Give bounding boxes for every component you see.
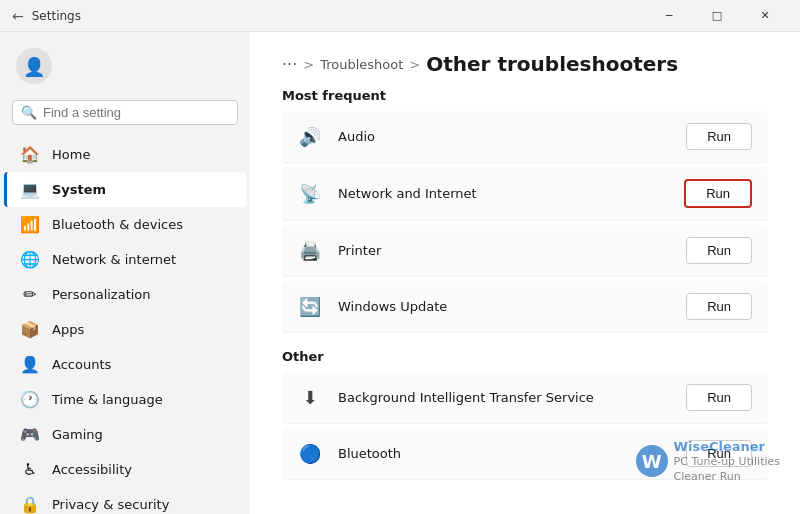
accessibility-icon: ♿ — [20, 460, 40, 479]
sidebar-item-label: Network & internet — [52, 252, 176, 267]
run-printer-button[interactable]: Run — [686, 237, 752, 264]
home-icon: 🏠 — [20, 145, 40, 164]
breadcrumb-dots[interactable]: ··· — [282, 55, 297, 74]
sidebar-item-label: Accessibility — [52, 462, 132, 477]
sidebar-item-label: Privacy & security — [52, 497, 169, 512]
printer-label: Printer — [338, 243, 686, 258]
close-button[interactable]: ✕ — [742, 0, 788, 32]
section-title-other: Other — [282, 349, 768, 364]
ts-item-windows-update: 🔄 Windows Update Run — [282, 281, 768, 333]
wisecleaner-subtitle: PC Tune-up Utilities — [674, 455, 780, 469]
sidebar-item-label: Apps — [52, 322, 84, 337]
audio-label: Audio — [338, 129, 686, 144]
wisecleaner-logo: W — [636, 445, 668, 477]
sidebar-item-personalization[interactable]: ✏️ Personalization — [4, 277, 246, 312]
section-title-most-frequent: Most frequent — [282, 88, 768, 103]
sidebar-item-label: Bluetooth & devices — [52, 217, 183, 232]
sidebar-item-time[interactable]: 🕐 Time & language — [4, 382, 246, 417]
maximize-button[interactable]: □ — [694, 0, 740, 32]
windows-update-icon: 🔄 — [298, 296, 322, 317]
system-icon: 💻 — [20, 180, 40, 199]
sidebar-item-bluetooth[interactable]: 📶 Bluetooth & devices — [4, 207, 246, 242]
minimize-button[interactable]: ─ — [646, 0, 692, 32]
watermark-text: WiseCleaner PC Tune-up Utilities Cleaner… — [674, 439, 780, 484]
ts-item-bits: ⬇️ Background Intelligent Transfer Servi… — [282, 372, 768, 424]
breadcrumb-troubleshoot[interactable]: Troubleshoot — [320, 57, 403, 72]
breadcrumb-current: Other troubleshooters — [426, 52, 678, 76]
accounts-icon: 👤 — [20, 355, 40, 374]
titlebar-left: ← Settings — [12, 8, 81, 24]
bits-label: Background Intelligent Transfer Service — [338, 390, 686, 405]
back-icon[interactable]: ← — [12, 8, 24, 24]
sidebar-item-home[interactable]: 🏠 Home — [4, 137, 246, 172]
titlebar-controls: ─ □ ✕ — [646, 0, 788, 32]
sidebar-item-label: Personalization — [52, 287, 151, 302]
sidebar-item-label: Time & language — [52, 392, 163, 407]
ts-item-network-internet: 📡 Network and Internet Run — [282, 167, 768, 221]
privacy-icon: 🔒 — [20, 495, 40, 514]
sidebar-item-gaming[interactable]: 🎮 Gaming — [4, 417, 246, 452]
bluetooth-icon: 📶 — [20, 215, 40, 234]
printer-icon: 🖨️ — [298, 240, 322, 261]
wisecleaner-run: Cleaner Run — [674, 470, 780, 484]
run-bits-button[interactable]: Run — [686, 384, 752, 411]
sidebar-item-accessibility[interactable]: ♿ Accessibility — [4, 452, 246, 487]
network-internet-icon: 📡 — [298, 183, 322, 204]
network-internet-label: Network and Internet — [338, 186, 684, 201]
search-icon: 🔍 — [21, 105, 37, 120]
personalization-icon: ✏️ — [20, 285, 40, 304]
apps-icon: 📦 — [20, 320, 40, 339]
sidebar-item-network[interactable]: 🌐 Network & internet — [4, 242, 246, 277]
watermark: W WiseCleaner PC Tune-up Utilities Clean… — [636, 439, 780, 484]
audio-icon: 🔊 — [298, 126, 322, 147]
titlebar: ← Settings ─ □ ✕ — [0, 0, 800, 32]
search-input[interactable] — [43, 105, 229, 120]
wisecleaner-title: WiseCleaner — [674, 439, 780, 456]
sidebar: 👤 🔍 🏠 Home 💻 System 📶 Bluetooth & device… — [0, 32, 250, 514]
bluetooth2-icon: 🔵 — [298, 443, 322, 464]
sidebar-item-privacy[interactable]: 🔒 Privacy & security — [4, 487, 246, 514]
run-windows-update-button[interactable]: Run — [686, 293, 752, 320]
search-box[interactable]: 🔍 — [12, 100, 238, 125]
ts-item-audio: 🔊 Audio Run — [282, 111, 768, 163]
windows-update-label: Windows Update — [338, 299, 686, 314]
avatar-section: 👤 — [0, 40, 250, 100]
breadcrumb-sep1: > — [303, 57, 314, 72]
bluetooth-label: Bluetooth — [338, 446, 686, 461]
bits-icon: ⬇️ — [298, 387, 322, 408]
run-audio-button[interactable]: Run — [686, 123, 752, 150]
time-icon: 🕐 — [20, 390, 40, 409]
sidebar-item-label: Gaming — [52, 427, 103, 442]
breadcrumb-sep2: > — [409, 57, 420, 72]
ts-item-printer: 🖨️ Printer Run — [282, 225, 768, 277]
sidebar-item-system[interactable]: 💻 System — [4, 172, 246, 207]
sidebar-item-label: Accounts — [52, 357, 111, 372]
avatar-icon: 👤 — [23, 56, 45, 77]
sidebar-item-apps[interactable]: 📦 Apps — [4, 312, 246, 347]
network-icon: 🌐 — [20, 250, 40, 269]
run-network-internet-button[interactable]: Run — [684, 179, 752, 208]
gaming-icon: 🎮 — [20, 425, 40, 444]
titlebar-title: Settings — [32, 9, 81, 23]
avatar[interactable]: 👤 — [16, 48, 52, 84]
sidebar-item-label: System — [52, 182, 106, 197]
breadcrumb: ··· > Troubleshoot > Other troubleshoote… — [250, 32, 800, 88]
sidebar-item-label: Home — [52, 147, 90, 162]
sidebar-item-accounts[interactable]: 👤 Accounts — [4, 347, 246, 382]
